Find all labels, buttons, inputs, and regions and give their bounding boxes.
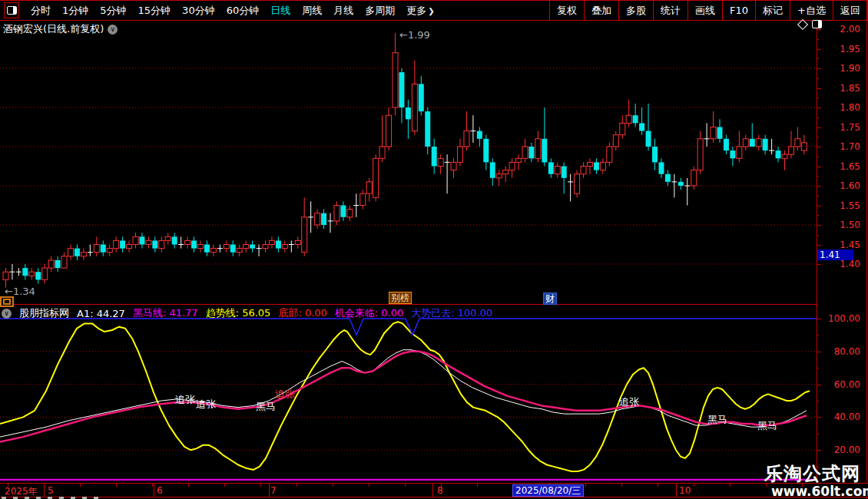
axis-tick	[817, 167, 821, 167]
menu-item-日线[interactable]: 日线	[270, 4, 290, 18]
menu-item-30分钟[interactable]: 30分钟	[182, 4, 215, 18]
candle-up	[127, 245, 132, 249]
week-tick	[369, 484, 369, 487]
month-label-10: 10	[679, 485, 691, 496]
opportunity-zero-line	[0, 479, 817, 481]
overlay-tag-财[interactable]: 财	[543, 292, 557, 305]
candle-down	[101, 245, 106, 253]
menu-item-5分钟[interactable]: 5分钟	[100, 4, 126, 18]
signal-label-追张: 追张	[619, 395, 639, 409]
week-tick	[730, 484, 731, 487]
menu-item-+自选[interactable]: +自选	[790, 1, 833, 20]
return-icon[interactable]	[0, 296, 14, 307]
candle-up	[782, 154, 787, 158]
candle-down	[490, 162, 495, 177]
week-tick	[116, 484, 117, 487]
candle-down	[633, 115, 638, 123]
candle-up	[522, 147, 528, 158]
axis-tick	[817, 196, 819, 197]
chevron-down-icon[interactable]: ∨	[2, 309, 12, 319]
axis-tick	[817, 450, 821, 451]
candle-down	[639, 123, 644, 131]
candle-down	[658, 162, 664, 173]
axis-tick	[817, 39, 819, 40]
menu-item-周线[interactable]: 周线	[302, 4, 322, 18]
candle-down	[419, 84, 424, 111]
week-tick	[152, 484, 153, 487]
menu-item-返回[interactable]: 返回	[833, 1, 868, 20]
candle-up	[347, 210, 353, 217]
candle-down	[204, 245, 210, 253]
menu-item-1分钟[interactable]: 1分钟	[62, 4, 88, 18]
candle-down	[477, 131, 482, 139]
candle-up	[295, 240, 300, 244]
candle-up	[302, 217, 307, 253]
axis-tick	[817, 107, 821, 108]
week-tick	[333, 484, 333, 487]
signal-label-黑马: 黑马	[256, 400, 276, 414]
menu-item-更多[interactable]: 更多❯	[406, 4, 434, 18]
price-axis-label: 1.70	[822, 142, 860, 152]
candle-up	[81, 253, 86, 256]
stock-title: 酒钢宏兴(日线.前复权)	[3, 22, 104, 36]
indicator-value: 大势已去: 100.00	[411, 306, 492, 320]
diamond-icon[interactable]	[797, 18, 808, 29]
signal-label-追张: 追张	[275, 388, 295, 402]
corner-icons	[799, 20, 822, 28]
axis-tick	[817, 417, 821, 418]
axis-tick	[817, 29, 821, 30]
candle-up	[165, 236, 171, 240]
menu-item-60分钟[interactable]: 60分钟	[227, 4, 260, 18]
week-tick	[260, 484, 261, 487]
candle-down	[678, 182, 684, 186]
window-icon[interactable]	[812, 20, 822, 28]
week-tick	[405, 484, 406, 487]
candle-up	[42, 268, 48, 279]
menu-item-多周期[interactable]: 多周期	[365, 4, 395, 18]
indicator-axis-label: 40.00	[822, 412, 860, 422]
candle-up	[244, 245, 249, 249]
candle-down	[75, 249, 80, 256]
menu-item-F10[interactable]: F10	[722, 1, 755, 20]
axis-tick	[817, 78, 819, 79]
candle-down	[594, 162, 599, 170]
menu-item-统计[interactable]: 统计	[653, 1, 687, 20]
indicator-axis-label: 20.00	[822, 445, 860, 455]
candle-up	[581, 167, 586, 174]
candle-down	[776, 150, 781, 158]
indicator-value: 机会来临: 0.00	[335, 306, 403, 320]
tool-menu: 复权叠加多股统计画线F10标记+自选返回	[549, 1, 868, 20]
menu-item-标记[interactable]: 标记	[755, 1, 790, 20]
menu-item-多股[interactable]: 多股	[618, 1, 653, 20]
indicator-value: 趋势线: 56.05	[206, 306, 271, 320]
week-tick	[80, 484, 81, 487]
candle-up	[159, 240, 164, 248]
series-趋势线	[0, 322, 810, 471]
candle-up	[503, 170, 509, 174]
candle-up	[107, 249, 112, 253]
candle-up	[711, 127, 716, 139]
axis-tick	[817, 58, 819, 59]
menu-item-复权[interactable]: 复权	[549, 1, 584, 20]
candle-down	[542, 139, 547, 163]
candle-down	[55, 260, 61, 268]
app-window: 分时1分钟5分钟15分钟30分钟60分钟日线周线月线多周期更多❯ 复权叠加多股统…	[0, 0, 868, 499]
overlay-tag-别榜[interactable]: 别榜	[389, 292, 412, 304]
axis-tick	[817, 335, 819, 335]
menu-item-画线[interactable]: 画线	[687, 1, 722, 20]
menu-item-分时[interactable]: 分时	[31, 4, 51, 18]
week-tick	[297, 484, 297, 487]
window-split-icon[interactable]	[4, 2, 19, 18]
candle-up	[237, 249, 242, 253]
candle-up	[620, 123, 625, 134]
axis-tick	[817, 225, 821, 226]
menu-item-15分钟[interactable]: 15分钟	[138, 4, 171, 18]
candle-down	[665, 174, 671, 182]
menu-item-叠加[interactable]: 叠加	[584, 1, 618, 20]
candle-down	[340, 206, 346, 217]
candlestick-chart: ←1.99←1.34	[0, 21, 817, 304]
candle-down	[432, 147, 437, 167]
month-label-7: 7	[270, 485, 277, 496]
chevron-down-icon[interactable]: ∨	[108, 25, 118, 35]
menu-item-月线[interactable]: 月线	[333, 4, 353, 18]
